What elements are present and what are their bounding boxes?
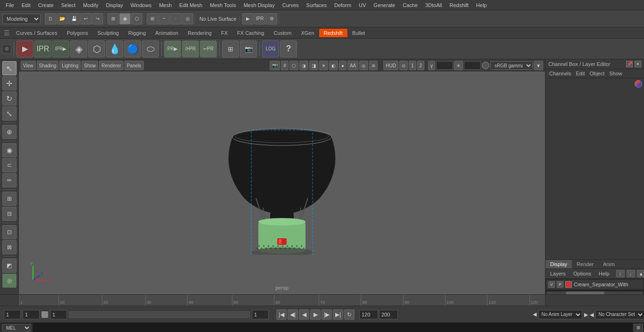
menu-deform[interactable]: Deform [330,1,355,9]
scale-tool-btn[interactable]: ⤡ [2,106,17,121]
shelf-tab-xgen[interactable]: XGen [296,29,319,37]
layer-playback-btn[interactable]: P [557,281,563,288]
render-icon-btn[interactable]: ◩ [2,259,17,273]
rs-camera-btn[interactable]: 📷 [240,40,257,57]
vp-texture-btn[interactable]: ◨ [309,61,318,70]
menu-uv[interactable]: UV [355,1,370,9]
select-tool-btn[interactable]: ↖ [2,61,17,75]
rs-log-btn[interactable]: LOG [262,40,279,57]
color-mgmt-btn[interactable] [635,80,642,88]
menu-edit[interactable]: Edit [18,1,34,9]
vp-gamma-value[interactable]: 0.00 [436,61,453,70]
layer-move-up-btn[interactable]: ▲ [637,270,644,277]
vp-panels-menu[interactable]: Panels [124,61,144,70]
shelf-tab-polygons[interactable]: Polygons [62,29,92,37]
menu-redshift[interactable]: Redshift [446,1,472,9]
menu-mesh-tools[interactable]: Mesh Tools [206,1,239,9]
go-to-start-btn[interactable]: |◀ [276,309,287,320]
shelf-tab-rendering[interactable]: Rendering [183,29,216,37]
viewport-canvas[interactable]: X Y Z persp [19,72,545,294]
vp-light-btn[interactable]: ☀ [319,61,328,70]
layer-sub-layers[interactable]: Layers [547,270,569,277]
anim-layer-arrow-left[interactable]: ◀ [533,312,537,317]
shelf-tab-custom[interactable]: Custom [269,29,297,37]
layer-color-swatch[interactable] [565,281,572,288]
menu-windows[interactable]: Windows [127,1,156,9]
frame-start-input[interactable] [4,310,21,319]
vp-shaded-btn[interactable]: ◑ [299,61,308,70]
rs-help-btn[interactable]: ? [280,40,297,57]
vp-isolate-btn[interactable]: ⊙ [399,61,408,70]
menu-cache[interactable]: Cache [399,1,421,9]
cb-menu-edit[interactable]: Edit [574,70,586,77]
universal-manip-btn[interactable]: ⊕ [2,125,17,139]
cb-pin-btn[interactable]: 📌 [626,61,633,67]
vp-colorspace-select[interactable]: sRGB gamma [490,61,533,70]
menu-modify[interactable]: Modify [79,1,102,9]
layer-sub-options[interactable]: Options [570,270,594,277]
rs-icon-5[interactable]: ⬡ [88,40,105,57]
vp-wire-btn[interactable]: ⬡ [289,61,298,70]
vp-lighting-menu[interactable]: Lighting [59,61,81,70]
vp-show-menu[interactable]: Show [82,61,98,70]
menu-select[interactable]: Select [58,1,80,9]
snap-curve-btn[interactable]: ~ [158,13,170,24]
anim-layer-select[interactable]: No Anim Layer [538,310,582,319]
save-scene-btn[interactable]: 💾 [68,13,80,24]
rs-ipr-btn[interactable]: IPR [34,40,51,57]
rs-icon-pr2[interactable]: ⟳PR [182,40,199,57]
shelf-tab-fx[interactable]: FX [216,29,232,37]
vp-view-menu[interactable]: View [21,61,36,70]
quick-layout-btn[interactable]: ⊡ [2,225,17,239]
layer-scrollbar-thumb[interactable] [566,292,604,294]
open-scene-btn[interactable]: 📂 [57,13,68,24]
paint-sel-btn[interactable]: ✏ [2,173,17,187]
frame-current-input[interactable] [23,310,40,319]
timeline-ruler[interactable]: 1 10 20 30 40 50 60 70 80 90 100 110 120 [19,295,545,306]
range-bar[interactable] [69,311,250,318]
rs-render-btn[interactable]: ▶ [17,40,33,57]
make-live-btn[interactable]: ◎ [2,274,17,288]
show-manip-btn[interactable]: ⊞ [2,192,17,206]
move-tool-btn[interactable]: ✛ [2,76,17,90]
snap-point-btn[interactable]: · [170,13,182,24]
script-language-select[interactable]: MEL Python [2,324,31,332]
rotate-tool-btn[interactable]: ↻ [2,91,17,105]
char-set-arrow-left[interactable]: ◀ [590,312,594,317]
rs-proxy-btn[interactable]: ⊞ [222,40,239,57]
shelf-gear-icon[interactable]: ⚙ [2,44,11,54]
layer-sub-help[interactable]: Help [596,270,612,277]
command-input[interactable] [33,323,633,332]
menu-create[interactable]: Create [34,1,58,9]
step-back-btn[interactable]: ◀| [288,309,298,320]
frame-field[interactable] [50,310,67,319]
vp-motion-blur-btn[interactable]: ≋ [369,61,378,70]
layer-tab-display[interactable]: Display [545,260,572,268]
layer-tab-render[interactable]: Render [572,260,598,268]
shelf-tab-fx-caching[interactable]: FX Caching [232,29,269,37]
mode-dropdown[interactable]: Modeling Rigging Animation FX Rendering [2,14,41,24]
soft-sel-btn[interactable]: ◉ [2,143,17,157]
menu-file[interactable]: File [2,1,18,9]
loop-btn[interactable]: ↻ [344,309,355,320]
shelf-tab-bullet[interactable]: Bullet [347,29,370,37]
menu-surfaces[interactable]: Surfaces [303,1,330,9]
menu-generate[interactable]: Generate [370,1,399,9]
vp-colorspace-options-btn[interactable]: ▼ [534,61,543,70]
cb-menu-object[interactable]: Object [587,70,606,77]
new-scene-btn[interactable]: 🗋 [45,13,56,24]
vp-dof-btn[interactable]: ◎ [359,61,368,70]
ipr-render-btn[interactable]: IPR [254,13,265,24]
cb-menu-show[interactable]: Show [607,70,624,77]
shelf-tab-rigging[interactable]: Rigging [124,29,150,37]
vp-exposure-value[interactable]: 1.00 [464,61,481,70]
undo-btn[interactable]: ↩ [80,13,91,24]
menu-mesh-display[interactable]: Mesh Display [240,1,279,9]
rs-icon-7[interactable]: 🔵 [124,40,141,57]
layer-tab-anim[interactable]: Anim [598,260,619,268]
select-object-btn[interactable]: ◉ [119,13,131,24]
render-current-btn[interactable]: ▶ [242,13,254,24]
render-settings-btn[interactable]: ⚙ [266,13,277,24]
layer-scrollbar-track[interactable] [546,292,643,294]
play-fwd-btn[interactable]: ▶ [310,309,321,320]
